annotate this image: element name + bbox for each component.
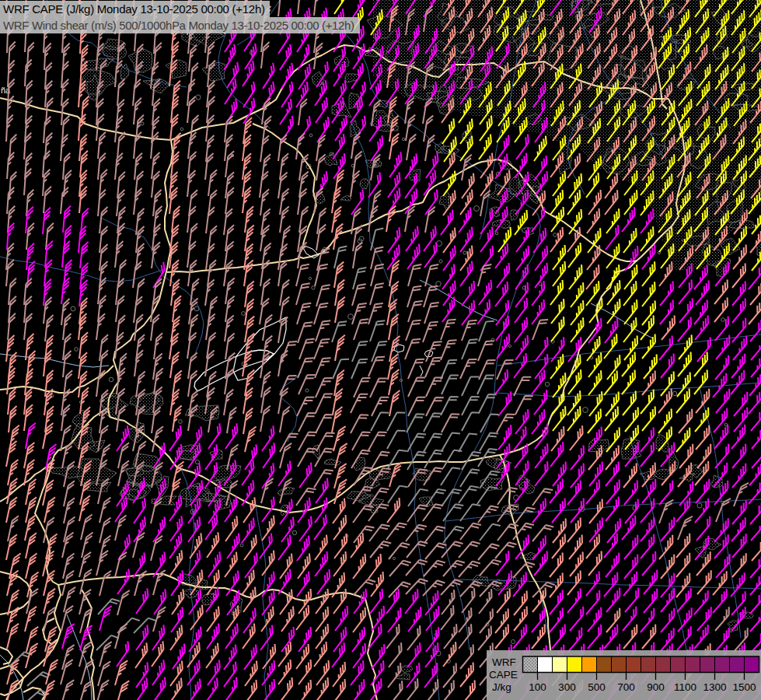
- svg-text:WRF CAPE (J/kg) Monday 13-10-2: WRF CAPE (J/kg) Monday 13-10-2025 00:00 …: [3, 2, 265, 16]
- svg-text:WRF Wind shear (m/s) 500/1000h: WRF Wind shear (m/s) 500/1000hPa Monday …: [3, 19, 354, 32]
- svg-text:500: 500: [588, 681, 606, 693]
- svg-text:WRF: WRF: [492, 656, 516, 668]
- svg-text:1100: 1100: [674, 681, 696, 693]
- svg-text:100: 100: [529, 681, 546, 693]
- svg-text:1300: 1300: [703, 681, 726, 693]
- svg-text:CAPE: CAPE: [489, 669, 518, 681]
- svg-text:900: 900: [647, 681, 665, 693]
- svg-text:1500: 1500: [732, 681, 756, 693]
- svg-text:J/kg: J/kg: [492, 681, 511, 693]
- svg-text:300: 300: [558, 681, 576, 693]
- svg-text:700: 700: [617, 681, 635, 693]
